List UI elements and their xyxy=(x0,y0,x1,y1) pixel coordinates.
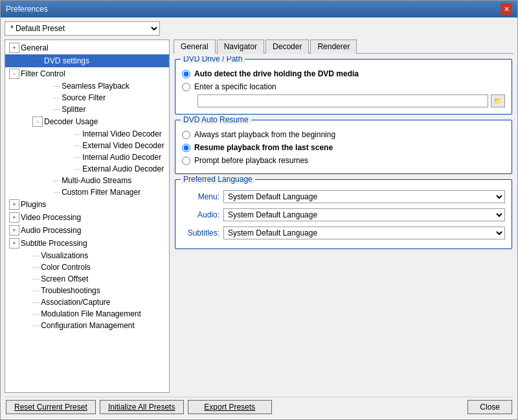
sidebar-item-decoder-usage[interactable]: - Decoder Usage xyxy=(5,115,169,128)
sidebar-item-association-capture[interactable]: ···· Association/Capture xyxy=(5,296,169,308)
menu-language-select[interactable]: System Default Language xyxy=(223,190,505,203)
window-close-button[interactable]: ✕ xyxy=(501,3,512,15)
tab-decoder[interactable]: Decoder xyxy=(265,39,309,54)
top-bar: * Default Preset xyxy=(5,21,513,36)
window-title: Preferences xyxy=(6,5,48,14)
radio-prompt-before-label: Prompt before playback resumes xyxy=(194,156,308,165)
sidebar-item-configuration-management[interactable]: ···· Configuration Management xyxy=(5,320,169,331)
close-button[interactable]: Close xyxy=(467,400,512,414)
sidebar-item-audio-processing[interactable]: + Audio Processing xyxy=(5,224,169,237)
sidebar-item-troubleshootings[interactable]: ···· Troubleshootings xyxy=(5,285,169,296)
sidebar-item-internal-video-decoder[interactable]: ···· Internal Video Decoder xyxy=(5,128,169,140)
tab-navigator[interactable]: Navigator xyxy=(217,39,264,54)
expander-icon: + xyxy=(9,199,19,210)
dvd-drive-group: DVD Drive / Path Auto detect the drive h… xyxy=(175,59,512,115)
subtitles-language-select[interactable]: System Default Language xyxy=(223,227,505,239)
export-presets-button[interactable]: Export Presets xyxy=(188,400,272,414)
audio-language-row: Audio: System Default Language xyxy=(182,206,505,224)
menu-language-label: Menu: xyxy=(182,192,220,201)
dots-icon: ···· xyxy=(32,252,39,260)
dvd-drive-inner: Auto detect the drive holding the DVD me… xyxy=(182,67,505,107)
sidebar-item-screen-offset[interactable]: ···· Screen Offset xyxy=(5,273,169,285)
leaf-icon: ···· xyxy=(32,56,43,66)
radio-auto-detect-input[interactable] xyxy=(182,70,190,78)
tab-renderer[interactable]: Renderer xyxy=(310,39,357,54)
expander-icon: - xyxy=(9,69,19,79)
sidebar-item-internal-audio-decoder[interactable]: ···· Internal Audio Decoder xyxy=(5,151,169,163)
sidebar-item-video-processing[interactable]: + Video Processing xyxy=(5,211,169,224)
dots-icon: ···· xyxy=(74,142,81,149)
dots-icon: ···· xyxy=(32,299,39,306)
panel-content: DVD Drive / Path Auto detect the drive h… xyxy=(174,56,513,393)
radio-specific-location-label: Enter a specific location xyxy=(194,82,276,91)
preferred-language-group: Preferred Language Menu: System Default … xyxy=(175,179,512,249)
dvd-auto-resume-inner: Always start playback from the beginning… xyxy=(182,128,505,167)
folder-browse-button[interactable]: 📁 xyxy=(491,94,505,107)
main-content: * Default Preset + General ···· DVD sett… xyxy=(1,17,517,419)
radio-auto-detect-label: Auto detect the drive holding the DVD me… xyxy=(194,69,359,78)
preferences-window: Preferences ✕ * Default Preset + General xyxy=(0,0,518,420)
dots-icon: ···· xyxy=(53,83,60,90)
sidebar-item-external-audio-decoder[interactable]: ···· External Audio Decoder xyxy=(5,163,169,175)
dots-icon: ···· xyxy=(53,94,60,102)
radio-always-start-label: Always start playback from the beginning xyxy=(194,130,335,139)
initialize-presets-button[interactable]: Initialize All Presets xyxy=(100,400,184,414)
sidebar-item-source-filter[interactable]: ···· Source Filter xyxy=(5,92,169,104)
sidebar-item-modulation-file-management[interactable]: ···· Modulation File Management xyxy=(5,308,169,320)
sidebar-item-custom-filter-manager[interactable]: ···· Custom Filter Manager xyxy=(5,186,169,198)
audio-language-label: Audio: xyxy=(182,210,220,219)
sidebar-item-general[interactable]: + General xyxy=(5,41,169,54)
radio-always-start-input[interactable] xyxy=(182,131,190,139)
dvd-auto-resume-title: DVD Auto Resume xyxy=(181,115,251,124)
sidebar-item-filter-control[interactable]: - Filter Control xyxy=(5,67,169,80)
sidebar-item-multi-audio-streams[interactable]: ···· Multi-Audio Streams xyxy=(5,175,169,186)
sidebar-item-external-video-decoder[interactable]: ···· External Video Decoder xyxy=(5,140,169,151)
preferred-language-title: Preferred Language xyxy=(181,175,255,184)
sidebar-item-color-controls[interactable]: ···· Color Controls xyxy=(5,261,169,273)
tab-general[interactable]: General xyxy=(174,39,216,54)
radio-resume-last-input[interactable] xyxy=(182,144,190,152)
dvd-path-input[interactable] xyxy=(197,94,488,107)
content-area: + General ···· DVD settings - Filter Con… xyxy=(5,39,513,393)
dots-icon: ···· xyxy=(32,287,39,294)
radio-specific-location-input[interactable] xyxy=(182,83,190,91)
preset-dropdown[interactable]: * Default Preset xyxy=(5,21,160,36)
sidebar-item-splitter[interactable]: ···· Splitter xyxy=(5,104,169,115)
reset-preset-button[interactable]: Reset Current Preset xyxy=(6,400,96,414)
dots-icon: ···· xyxy=(53,106,60,113)
radio-prompt-before[interactable]: Prompt before playback resumes xyxy=(182,154,505,167)
expander-icon: - xyxy=(32,116,43,127)
expander-icon: + xyxy=(9,225,19,236)
sidebar-item-dvd-settings[interactable]: ···· DVD settings xyxy=(5,54,169,67)
preferred-language-inner: Menu: System Default Language Audio: Sys… xyxy=(182,188,505,242)
audio-language-select[interactable]: System Default Language xyxy=(223,208,505,221)
radio-resume-last[interactable]: Resume playback from the last scene xyxy=(182,141,505,154)
dots-icon: ···· xyxy=(32,322,39,329)
dots-icon: ···· xyxy=(32,264,39,271)
radio-always-start[interactable]: Always start playback from the beginning xyxy=(182,128,505,141)
sidebar-item-plugins[interactable]: + Plugins xyxy=(5,198,169,211)
sidebar-item-seamless-playback[interactable]: ···· Seamless Playback xyxy=(5,80,169,92)
right-panel: General Navigator Decoder Renderer DVD D… xyxy=(174,39,513,393)
subtitles-language-row: Subtitles: System Default Language xyxy=(182,224,505,242)
sidebar-item-visualizations[interactable]: ···· Visualizations xyxy=(5,250,169,261)
subtitles-language-label: Subtitles: xyxy=(182,228,220,238)
radio-specific-location[interactable]: Enter a specific location xyxy=(182,80,505,93)
folder-icon: 📁 xyxy=(493,97,502,105)
expander-icon: + xyxy=(9,238,19,249)
dvd-path-input-row: 📁 xyxy=(182,94,505,107)
dots-icon: ···· xyxy=(53,189,60,196)
dots-icon: ···· xyxy=(74,131,81,138)
dots-icon: ···· xyxy=(32,311,39,318)
tabs-bar: General Navigator Decoder Renderer xyxy=(174,39,513,54)
sidebar-item-subtitle-processing[interactable]: + Subtitle Processing xyxy=(5,237,169,250)
radio-resume-last-label: Resume playback from the last scene xyxy=(194,143,333,152)
dvd-drive-title: DVD Drive / Path xyxy=(181,56,245,63)
menu-language-row: Menu: System Default Language xyxy=(182,188,505,206)
expander-icon: + xyxy=(9,43,19,53)
dots-icon: ···· xyxy=(74,166,81,173)
dots-icon: ···· xyxy=(53,177,60,184)
sidebar: + General ···· DVD settings - Filter Con… xyxy=(5,39,170,393)
radio-auto-detect[interactable]: Auto detect the drive holding the DVD me… xyxy=(182,67,505,80)
radio-prompt-before-input[interactable] xyxy=(182,157,190,165)
